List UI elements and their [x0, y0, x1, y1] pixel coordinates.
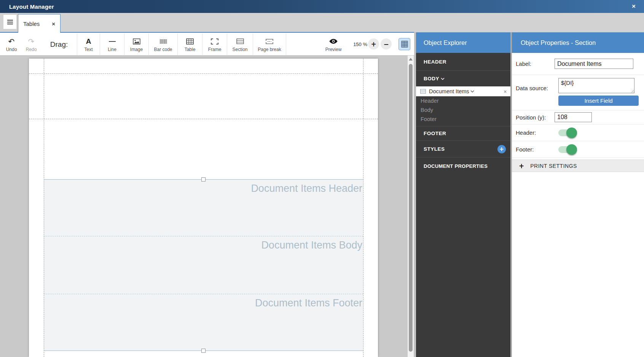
barcode-icon	[159, 37, 167, 46]
explorer-subitem-body[interactable]: Body	[416, 105, 510, 115]
tab-bar: Tables ×	[0, 13, 644, 32]
toggle-knob	[566, 128, 577, 138]
drag-item-line[interactable]: Line	[100, 33, 124, 55]
section-divider-2	[44, 294, 363, 294]
chevron-down-icon	[441, 78, 445, 80]
position-y-name: Position (y):	[512, 114, 555, 121]
image-icon	[133, 37, 140, 46]
section-icon	[236, 37, 244, 46]
plus-icon: +	[371, 40, 376, 48]
tab-tables[interactable]: Tables ×	[18, 14, 61, 33]
scroll-up-icon[interactable]	[409, 58, 413, 61]
explorer-subitem-footer[interactable]: Footer	[416, 115, 510, 124]
minus-icon: −	[383, 40, 389, 48]
tab-close-icon[interactable]: ×	[52, 21, 55, 27]
window-title: Layout Manager	[0, 3, 54, 10]
position-y-input[interactable]	[555, 112, 592, 122]
header-toggle-name: Header:	[512, 129, 555, 136]
print-settings-label: PRINT SETTINGS	[530, 163, 577, 169]
page-break-icon	[265, 37, 274, 46]
chevron-down-icon	[470, 90, 474, 92]
preview-button[interactable]: Preview	[319, 33, 348, 55]
explorer-group-body[interactable]: BODY	[416, 71, 510, 86]
eye-icon	[329, 37, 338, 46]
line-icon	[109, 37, 116, 46]
section-document-items-body[interactable]: Document Items Body	[44, 236, 363, 294]
window-titlebar: Layout Manager ×	[0, 0, 644, 13]
drag-item-table[interactable]: Table	[177, 33, 202, 55]
design-canvas: Document Items Header Document Items Bod…	[0, 55, 414, 357]
explorer-subitem-header[interactable]: Header	[416, 96, 510, 105]
tab-label: Tables	[23, 21, 40, 27]
zoom-out-button[interactable]: −	[381, 38, 392, 49]
explorer-group-document-properties[interactable]: DOCUMENT PROPERTIES	[416, 158, 510, 174]
text-A-icon: A	[86, 37, 91, 46]
section-divider-1	[44, 236, 363, 236]
section-body-label: Document Items Body	[44, 236, 363, 251]
position-y-row: Position (y):	[512, 110, 644, 124]
drag-item-text[interactable]: A Text	[77, 33, 100, 55]
margin-guide-left	[44, 59, 44, 357]
drag-item-page-break[interactable]: Page break	[253, 33, 286, 55]
add-style-button[interactable]: +	[497, 145, 506, 153]
data-source-row: Data source: ${DI} Insert Field	[512, 75, 644, 110]
section-bottom-resize-handle[interactable]	[201, 349, 206, 353]
footer-toggle-name: Footer:	[512, 146, 555, 153]
menu-icon[interactable]	[3, 15, 16, 29]
margin-guide-header-bottom	[29, 119, 378, 119]
object-properties-title: Object Properties - Section	[512, 32, 644, 53]
canvas-scrollbar[interactable]	[408, 56, 414, 357]
header-toggle[interactable]	[558, 129, 576, 136]
drag-label: Drag:	[41, 33, 77, 55]
drag-item-frame[interactable]: Frame	[202, 33, 227, 55]
redo-button[interactable]: ↷ Redo	[21, 33, 41, 55]
explorer-group-header[interactable]: HEADER	[416, 53, 510, 71]
section-top-resize-handle[interactable]	[201, 177, 206, 182]
drag-item-image[interactable]: Image	[124, 33, 148, 55]
drag-item-barcode[interactable]: Bar code	[148, 33, 177, 55]
zoom-level: 150 %	[348, 33, 367, 55]
object-explorer-title: Object Explorer	[416, 32, 510, 53]
redo-icon: ↷	[28, 37, 35, 46]
footer-toggle-row: Footer:	[512, 141, 644, 158]
drag-item-section[interactable]: Section	[227, 33, 253, 55]
label-row: Label:	[512, 53, 644, 75]
footer-toggle[interactable]	[558, 146, 576, 153]
toolbar: ↶ Undo ↷ Redo Drag: A Text Line Image Ba…	[0, 32, 414, 55]
label-field-name: Label:	[512, 61, 555, 67]
undo-button[interactable]: ↶ Undo	[2, 33, 21, 55]
delete-item-icon[interactable]: ×	[504, 89, 510, 94]
section-header-label: Document Items Header	[44, 180, 363, 194]
toggle-knob	[566, 144, 577, 155]
zoom-in-button[interactable]: +	[368, 38, 379, 49]
object-properties-panel: Object Properties - Section Label: Data …	[512, 32, 644, 357]
section-document-items-header[interactable]: Document Items Header	[44, 180, 363, 236]
data-source-name: Data source:	[512, 85, 555, 91]
explorer-group-footer[interactable]: FOOTER	[416, 126, 510, 141]
grid-icon	[401, 41, 408, 48]
explorer-group-styles[interactable]: STYLES +	[416, 141, 510, 158]
insert-field-button[interactable]: Insert Field	[558, 96, 639, 106]
table-icon	[186, 37, 194, 46]
section-footer-label: Document Items Footer	[44, 294, 363, 309]
scrollbar-thumb[interactable]	[409, 64, 413, 352]
margin-guide-right	[363, 59, 363, 357]
selected-item-label: Document Items	[429, 88, 469, 94]
resize-grip-icon[interactable]	[631, 89, 634, 93]
explorer-item-document-items[interactable]: Document Items ×	[416, 86, 510, 96]
expand-plus-icon: +	[519, 162, 524, 170]
margin-guide-top	[29, 73, 378, 74]
section-document-items-footer[interactable]: Document Items Footer	[44, 294, 363, 351]
header-toggle-row: Header:	[512, 124, 644, 141]
window-close-icon[interactable]: ×	[632, 0, 636, 13]
frame-icon	[211, 37, 218, 46]
print-settings-expander[interactable]: + PRINT SETTINGS	[512, 159, 644, 172]
page: Document Items Header Document Items Bod…	[29, 59, 378, 357]
undo-icon: ↶	[8, 37, 15, 46]
grid-toggle-button[interactable]	[399, 38, 410, 50]
object-explorer-panel: Object Explorer HEADER BODY Document Ite…	[416, 32, 510, 357]
label-input[interactable]	[555, 59, 633, 69]
section-rows-icon	[420, 89, 426, 94]
data-source-input[interactable]: ${DI}	[558, 78, 634, 93]
